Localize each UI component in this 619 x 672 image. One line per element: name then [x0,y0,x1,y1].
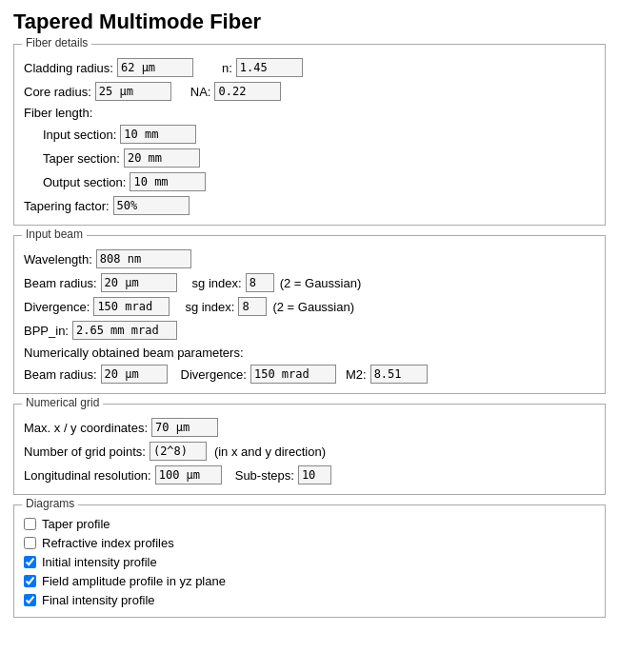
na-input[interactable] [214,82,281,101]
output-section-input[interactable] [130,172,206,191]
sg-index1-label: sg index: [192,276,242,290]
tapering-factor-label: Tapering factor: [24,199,110,213]
divergence-label: Divergence: [24,300,90,314]
diagrams-title: Diagrams [22,497,78,510]
fiber-details-section: Fiber details Cladding radius: n: Core r… [13,44,606,226]
grid-points-note: (in x and y direction) [214,445,326,459]
diagram-label-4: Final intensity profile [42,593,155,607]
diagram-item: Refractive index profiles [24,536,595,550]
substeps-input[interactable] [298,465,331,484]
core-radius-input[interactable] [95,82,171,101]
cladding-radius-input[interactable] [117,58,193,77]
num-beam-radius-input[interactable] [101,365,168,384]
beam-radius-label: Beam radius: [24,276,97,290]
diagram-item: Field amplitude profile in yz plane [24,574,595,588]
input-section-input[interactable] [120,125,196,144]
m2-input[interactable] [370,365,428,384]
diagram-label-0: Taper profile [42,517,110,531]
taper-section-label: Taper section: [43,151,120,166]
diagrams-section: Diagrams Taper profileRefractive index p… [13,504,606,618]
substeps-label: Sub-steps: [235,468,294,483]
cladding-radius-label: Cladding radius: [24,61,113,75]
sg-index2-note: (2 = Gaussian) [272,300,354,314]
diagram-checkbox-3[interactable] [24,575,36,587]
grid-points-label: Number of grid points: [24,445,146,459]
input-beam-title: Input beam [22,227,87,241]
diagram-label-1: Refractive index profiles [42,536,174,550]
num-beam-radius-label: Beam radius: [24,367,97,382]
diagram-item: Taper profile [24,517,595,531]
long-res-label: Longitudinal resolution: [24,468,151,483]
fiber-details-title: Fiber details [22,36,91,49]
n-label: n: [222,61,232,75]
bpp-input[interactable] [72,321,177,340]
long-res-input[interactable] [155,465,222,484]
tapering-factor-input[interactable] [113,196,190,215]
sg-index2-input[interactable] [238,297,267,316]
diagram-checkbox-4[interactable] [24,594,36,606]
taper-section-input[interactable] [124,148,200,168]
wavelength-input[interactable] [96,249,191,268]
input-section-label: Input section: [43,128,116,142]
max-xy-label: Max. x / y coordinates: [24,421,148,435]
diagram-checkbox-0[interactable] [24,518,36,530]
numerically-obtained-label: Numerically obtained beam parameters: [24,346,244,360]
max-xy-input[interactable] [151,418,218,437]
diagram-item: Initial intensity profile [24,555,595,569]
output-section-label: Output section: [43,175,126,189]
beam-radius-input[interactable] [101,273,177,292]
n-input[interactable] [236,58,303,77]
diagram-label-3: Field amplitude profile in yz plane [42,574,226,588]
fiber-length-label: Fiber length: [24,106,92,120]
diagram-checkbox-1[interactable] [24,537,36,549]
diagram-checkbox-2[interactable] [24,556,36,568]
num-divergence-input[interactable] [250,365,336,384]
core-radius-label: Core radius: [24,85,91,99]
sg-index1-input[interactable] [246,273,274,292]
input-beam-section: Input beam Wavelength: Beam radius: sg i… [13,235,606,394]
numerical-grid-title: Numerical grid [22,396,103,409]
sg-index2-label: sg index: [185,300,234,314]
grid-points-input[interactable] [150,442,207,461]
num-divergence-label: Divergence: [181,367,247,382]
na-label: NA: [190,85,211,99]
m2-label: M2: [346,367,367,382]
divergence-input[interactable] [93,297,170,316]
sg-index1-note: (2 = Gaussian) [280,276,362,290]
diagram-item: Final intensity profile [24,593,595,607]
diagram-label-2: Initial intensity profile [42,555,157,569]
numerical-grid-section: Numerical grid Max. x / y coordinates: N… [13,404,606,495]
page-title: Tapered Multimode Fiber [13,10,606,34]
bpp-label: BPP_in: [24,324,69,338]
wavelength-label: Wavelength: [24,252,92,267]
